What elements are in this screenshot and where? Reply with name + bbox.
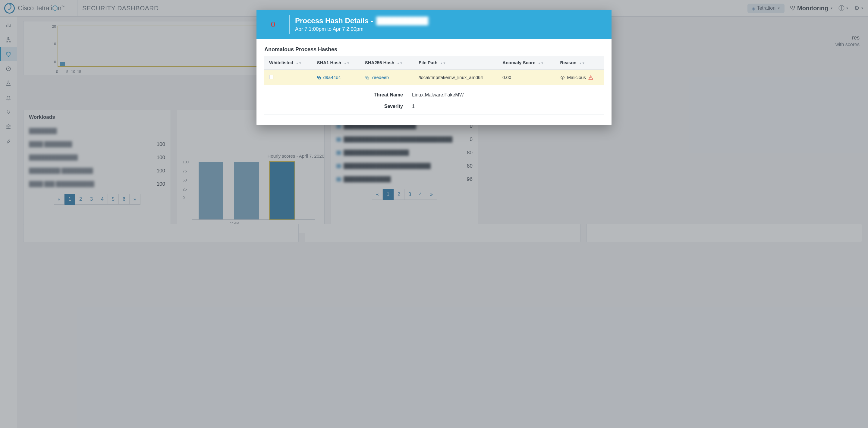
process-hash-details-modal: 0 Process Hash Details - ██████████ Apr … xyxy=(256,10,612,125)
sha1-link[interactable]: d9a44b4 xyxy=(317,74,341,80)
col-reason[interactable]: Reason▲▼ xyxy=(555,56,604,70)
modal-header: 0 Process Hash Details - ██████████ Apr … xyxy=(256,10,612,39)
reason: Malicious xyxy=(560,74,599,80)
threat-name-value: Linux.Malware.FakeMW xyxy=(412,92,604,98)
threat-name-key: Threat Name xyxy=(264,92,403,98)
sort-icon: ▲▼ xyxy=(579,61,585,65)
sort-icon: ▲▼ xyxy=(538,61,544,65)
copy-icon[interactable] xyxy=(365,74,370,80)
modal-time-range: Apr 7 1:00pm to Apr 7 2:00pm xyxy=(295,26,429,32)
file-path: /local/tmp/fakemw_linux_amd64 xyxy=(414,70,498,85)
threat-detail-grid: Threat Name Linux.Malware.FakeMW Severit… xyxy=(264,92,604,109)
modal-body: Anomalous Process Hashes Whitelisted▲▼ S… xyxy=(256,39,612,125)
divider xyxy=(264,115,604,115)
whitelist-checkbox[interactable] xyxy=(269,75,273,79)
modal-overlay[interactable]: 0 Process Hash Details - ██████████ Apr … xyxy=(0,0,868,428)
col-whitelisted[interactable]: Whitelisted▲▼ xyxy=(264,56,312,70)
warning-triangle-icon xyxy=(588,74,593,80)
severity-value: 1 xyxy=(412,104,604,109)
anomaly-score-zero: 0 xyxy=(256,10,290,39)
col-sha1[interactable]: SHA1 Hash▲▼ xyxy=(312,56,360,70)
col-sha256[interactable]: SHA256 Hash▲▼ xyxy=(360,56,414,70)
modal-title: Process Hash Details - ██████████ xyxy=(295,17,429,25)
copy-icon[interactable] xyxy=(317,74,321,80)
sha256-link[interactable]: 7eedeeb xyxy=(365,74,389,80)
reason-text: Malicious xyxy=(567,75,586,80)
info-circle-icon[interactable] xyxy=(560,74,565,80)
col-score[interactable]: Anomaly Score▲▼ xyxy=(498,56,555,70)
sort-icon: ▲▼ xyxy=(344,61,350,65)
table-row[interactable]: d9a44b4 7eedeeb /local/tmp/fakemw_linux_… xyxy=(264,70,604,85)
col-path[interactable]: File Path▲▼ xyxy=(414,56,498,70)
section-title: Anomalous Process Hashes xyxy=(264,47,604,53)
sort-icon: ▲▼ xyxy=(296,61,302,65)
sort-icon: ▲▼ xyxy=(440,61,446,65)
severity-key: Severity xyxy=(264,104,403,109)
sort-icon: ▲▼ xyxy=(397,61,403,65)
anomaly-score: 0.00 xyxy=(498,70,555,85)
anomalous-hashes-table: Whitelisted▲▼ SHA1 Hash▲▼ SHA256 Hash▲▼ … xyxy=(264,56,604,85)
